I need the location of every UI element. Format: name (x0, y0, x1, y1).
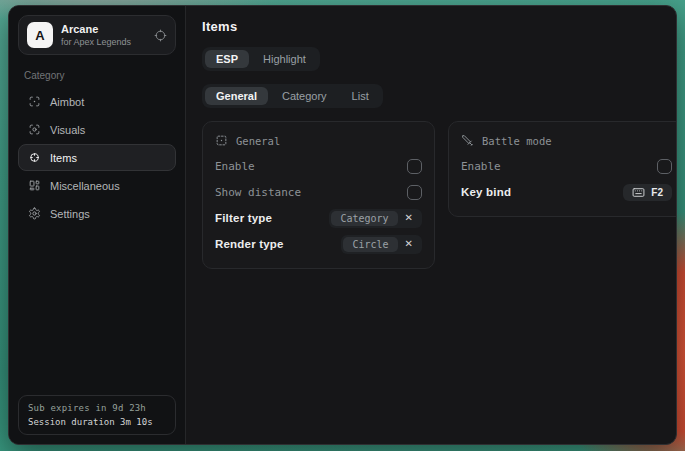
app-window: A Arcane for Apex Legends Category (8, 5, 677, 445)
tab-list[interactable]: List (341, 87, 380, 105)
sidebar-item-label: Visuals (50, 124, 85, 136)
view-tabs: General Category List (202, 84, 383, 108)
general-card-title: General (236, 135, 280, 147)
key-bind-button[interactable]: F2 (623, 184, 672, 201)
main-panel: Items ESP Highlight General Category Lis… (186, 6, 677, 444)
crosshair-icon[interactable] (154, 29, 167, 42)
sidebar-item-aimbot[interactable]: Aimbot (18, 88, 176, 115)
app-subtitle: for Apex Legends (61, 37, 131, 47)
app-header-card: A Arcane for Apex Legends (18, 15, 176, 55)
sidebar-item-label: Aimbot (50, 96, 84, 108)
subscription-card: Sub expires in 9d 23h Session duration 3… (18, 395, 176, 435)
filter-type-value[interactable]: Category (331, 211, 397, 226)
dashed-box-icon (215, 134, 228, 147)
sword-icon (461, 134, 474, 147)
items-target-icon (28, 151, 41, 164)
app-name: Arcane (61, 23, 131, 35)
filter-type-select[interactable]: Category ✕ (329, 209, 422, 228)
keyboard-icon (632, 187, 645, 198)
sidebar-item-miscellaneous[interactable]: Miscellaneous (18, 172, 176, 199)
mode-tabs: ESP Highlight (202, 47, 320, 71)
sidebar-item-label: Settings (50, 208, 90, 220)
filter-type-label: Filter type (215, 212, 272, 224)
render-type-select[interactable]: Circle ✕ (341, 235, 422, 254)
tab-category[interactable]: Category (271, 87, 338, 105)
sub-expires-text: Sub expires in 9d 23h (28, 403, 166, 413)
sidebar-spacer (18, 227, 176, 395)
key-bind-row: Key bind F2 (461, 179, 672, 205)
battle-mode-card-header: Battle mode (461, 134, 672, 147)
enable-row: Enable (215, 153, 422, 179)
render-type-label: Render type (215, 238, 284, 250)
sidebar-item-label: Miscellaneous (50, 180, 120, 192)
general-card-header: General (215, 134, 422, 147)
sidebar: A Arcane for Apex Legends Category (9, 6, 186, 444)
filter-type-row: Filter type Category ✕ (215, 205, 422, 231)
tab-esp[interactable]: ESP (205, 50, 249, 68)
show-distance-label: Show distance (215, 186, 301, 199)
enable-label: Enable (215, 160, 255, 173)
render-type-clear-x-icon[interactable]: ✕ (398, 239, 420, 249)
filter-type-clear-x-icon[interactable]: ✕ (398, 213, 420, 223)
enable-checkbox[interactable] (407, 159, 422, 174)
battle-enable-label: Enable (461, 160, 501, 173)
tab-general[interactable]: General (205, 87, 268, 105)
sidebar-item-label: Items (50, 152, 77, 164)
battle-enable-checkbox[interactable] (657, 159, 672, 174)
battle-mode-card-title: Battle mode (482, 135, 552, 147)
visuals-scan-eye-icon (28, 123, 41, 136)
sidebar-item-items[interactable]: Items (18, 144, 176, 171)
show-distance-checkbox[interactable] (407, 185, 422, 200)
key-bind-label: Key bind (461, 186, 511, 198)
general-card: General Enable Show distance Filter type… (202, 121, 435, 269)
sidebar-item-settings[interactable]: Settings (18, 200, 176, 227)
sidebar-item-visuals[interactable]: Visuals (18, 116, 176, 143)
session-duration-text: Session duration 3m 10s (28, 417, 166, 427)
render-type-value[interactable]: Circle (343, 237, 397, 252)
show-distance-row: Show distance (215, 179, 422, 205)
app-logo: A (27, 22, 53, 48)
aimbot-scan-icon (28, 95, 41, 108)
sidebar-nav: Aimbot Visuals Items (18, 88, 176, 227)
category-label: Category (24, 70, 170, 81)
app-meta: Arcane for Apex Legends (61, 23, 131, 47)
page-title: Items (202, 19, 677, 34)
render-type-row: Render type Circle ✕ (215, 231, 422, 257)
battle-enable-row: Enable (461, 153, 672, 179)
miscellaneous-grid-icon (28, 179, 41, 192)
key-bind-value: F2 (651, 187, 663, 198)
tab-highlight[interactable]: Highlight (252, 50, 317, 68)
battle-mode-card: Battle mode Enable Key bind (448, 121, 677, 217)
settings-cards: General Enable Show distance Filter type… (202, 121, 677, 269)
settings-gear-icon (28, 207, 41, 220)
